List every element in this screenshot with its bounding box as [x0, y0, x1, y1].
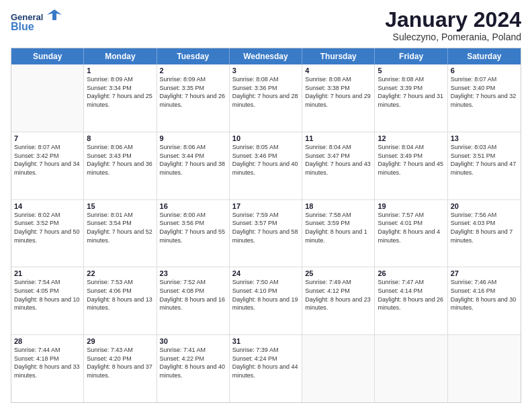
day-info: Sunrise: 8:00 AM Sunset: 3:56 PM Dayligh…	[160, 211, 226, 244]
cell-w4-d4: 24Sunrise: 7:50 AM Sunset: 4:10 PM Dayli…	[230, 267, 302, 334]
day-number: 30	[160, 337, 226, 345]
day-info: Sunrise: 8:06 AM Sunset: 3:43 PM Dayligh…	[87, 143, 153, 177]
day-info: Sunrise: 8:01 AM Sunset: 3:54 PM Dayligh…	[87, 211, 153, 244]
day-number: 20	[451, 202, 518, 210]
cell-w3-d7: 20Sunrise: 7:56 AM Sunset: 4:03 PM Dayli…	[448, 200, 521, 267]
day-info: Sunrise: 7:52 AM Sunset: 4:08 PM Dayligh…	[160, 278, 226, 312]
week-row-5: 28Sunrise: 7:44 AM Sunset: 4:18 PM Dayli…	[11, 335, 521, 402]
week-row-4: 21Sunrise: 7:54 AM Sunset: 4:05 PM Dayli…	[11, 267, 521, 335]
page-subtitle: Suleczyno, Pomerania, Poland	[385, 32, 521, 42]
cell-w2-d6: 12Sunrise: 8:04 AM Sunset: 3:49 PM Dayli…	[375, 132, 447, 199]
day-info: Sunrise: 7:53 AM Sunset: 4:06 PM Dayligh…	[87, 278, 153, 312]
cell-w3-d6: 19Sunrise: 7:57 AM Sunset: 4:01 PM Dayli…	[375, 200, 447, 267]
day-info: Sunrise: 7:50 AM Sunset: 4:10 PM Dayligh…	[232, 278, 299, 312]
col-friday: Friday	[375, 48, 447, 64]
day-number: 18	[305, 202, 371, 210]
day-number: 4	[305, 66, 371, 75]
calendar-header: Sunday Monday Tuesday Wednesday Thursday…	[11, 48, 521, 64]
day-number: 6	[451, 66, 518, 75]
day-info: Sunrise: 7:41 AM Sunset: 4:22 PM Dayligh…	[160, 346, 226, 379]
day-number: 23	[160, 269, 226, 277]
day-number: 5	[378, 66, 444, 75]
day-number: 29	[87, 337, 153, 345]
col-sunday: Sunday	[11, 48, 84, 64]
cell-w1-d7: 6Sunrise: 8:07 AM Sunset: 3:40 PM Daylig…	[448, 64, 521, 132]
day-number: 9	[160, 134, 226, 142]
col-monday: Monday	[84, 48, 157, 64]
cell-w2-d2: 8Sunrise: 8:06 AM Sunset: 3:43 PM Daylig…	[84, 132, 157, 199]
title-block: January 2024 Suleczyno, Pomerania, Polan…	[385, 8, 521, 42]
day-info: Sunrise: 8:07 AM Sunset: 3:40 PM Dayligh…	[451, 75, 518, 109]
cell-w4-d3: 23Sunrise: 7:52 AM Sunset: 4:08 PM Dayli…	[157, 267, 230, 334]
logo: General Blue	[11, 8, 62, 33]
cell-w4-d2: 22Sunrise: 7:53 AM Sunset: 4:06 PM Dayli…	[84, 267, 157, 334]
cell-w5-d4: 31Sunrise: 7:39 AM Sunset: 4:24 PM Dayli…	[230, 335, 302, 402]
cell-w3-d2: 15Sunrise: 8:01 AM Sunset: 3:54 PM Dayli…	[84, 200, 157, 267]
day-number: 7	[14, 134, 81, 142]
day-number: 10	[232, 134, 299, 142]
cell-w5-d7	[448, 335, 521, 402]
cell-w4-d5: 25Sunrise: 7:49 AM Sunset: 4:12 PM Dayli…	[302, 267, 375, 334]
calendar: Sunday Monday Tuesday Wednesday Thursday…	[11, 48, 521, 403]
day-info: Sunrise: 7:57 AM Sunset: 4:01 PM Dayligh…	[378, 211, 444, 244]
day-info: Sunrise: 7:58 AM Sunset: 3:59 PM Dayligh…	[305, 211, 371, 244]
day-number: 13	[451, 134, 518, 142]
cell-w4-d6: 26Sunrise: 7:47 AM Sunset: 4:14 PM Dayli…	[375, 267, 447, 334]
cell-w5-d5	[302, 335, 375, 402]
logo-blue: Blue	[11, 21, 34, 33]
col-thursday: Thursday	[302, 48, 375, 64]
cell-w2-d5: 11Sunrise: 8:04 AM Sunset: 3:47 PM Dayli…	[302, 132, 375, 199]
day-number: 2	[160, 66, 226, 75]
day-info: Sunrise: 8:07 AM Sunset: 3:42 PM Dayligh…	[14, 143, 81, 177]
day-info: Sunrise: 7:54 AM Sunset: 4:05 PM Dayligh…	[14, 278, 81, 312]
day-info: Sunrise: 8:09 AM Sunset: 3:34 PM Dayligh…	[87, 75, 153, 109]
cell-w4-d7: 27Sunrise: 7:46 AM Sunset: 4:16 PM Dayli…	[448, 267, 521, 334]
svg-marker-0	[47, 9, 62, 20]
cell-w3-d3: 16Sunrise: 8:00 AM Sunset: 3:56 PM Dayli…	[157, 200, 230, 267]
day-info: Sunrise: 7:49 AM Sunset: 4:12 PM Dayligh…	[305, 278, 371, 312]
cell-w4-d1: 21Sunrise: 7:54 AM Sunset: 4:05 PM Dayli…	[11, 267, 84, 334]
day-number: 8	[87, 134, 153, 142]
day-number: 17	[232, 202, 299, 210]
week-row-2: 7Sunrise: 8:07 AM Sunset: 3:42 PM Daylig…	[11, 132, 521, 200]
page: General Blue January 2024 Suleczyno, Pom…	[0, 0, 532, 411]
cell-w3-d5: 18Sunrise: 7:58 AM Sunset: 3:59 PM Dayli…	[302, 200, 375, 267]
day-info: Sunrise: 7:39 AM Sunset: 4:24 PM Dayligh…	[232, 346, 299, 379]
cell-w5-d1: 28Sunrise: 7:44 AM Sunset: 4:18 PM Dayli…	[11, 335, 84, 402]
calendar-body: 1Sunrise: 8:09 AM Sunset: 3:34 PM Daylig…	[11, 64, 521, 402]
day-number: 16	[160, 202, 226, 210]
day-number: 19	[378, 202, 444, 210]
col-saturday: Saturday	[448, 48, 521, 64]
day-number: 14	[14, 202, 81, 210]
day-info: Sunrise: 8:08 AM Sunset: 3:39 PM Dayligh…	[378, 75, 444, 109]
day-number: 26	[378, 269, 444, 277]
cell-w1-d5: 4Sunrise: 8:08 AM Sunset: 3:38 PM Daylig…	[302, 64, 375, 132]
cell-w5-d2: 29Sunrise: 7:43 AM Sunset: 4:20 PM Dayli…	[84, 335, 157, 402]
day-number: 28	[14, 337, 81, 345]
day-number: 22	[87, 269, 153, 277]
week-row-1: 1Sunrise: 8:09 AM Sunset: 3:34 PM Daylig…	[11, 64, 521, 132]
day-number: 25	[305, 269, 371, 277]
day-info: Sunrise: 8:05 AM Sunset: 3:46 PM Dayligh…	[232, 143, 299, 177]
day-info: Sunrise: 8:03 AM Sunset: 3:51 PM Dayligh…	[451, 143, 518, 177]
day-info: Sunrise: 7:44 AM Sunset: 4:18 PM Dayligh…	[14, 346, 81, 379]
day-info: Sunrise: 8:04 AM Sunset: 3:47 PM Dayligh…	[305, 143, 371, 177]
cell-w1-d3: 2Sunrise: 8:09 AM Sunset: 3:35 PM Daylig…	[157, 64, 230, 132]
day-info: Sunrise: 8:08 AM Sunset: 3:38 PM Dayligh…	[305, 75, 371, 109]
day-info: Sunrise: 8:06 AM Sunset: 3:44 PM Dayligh…	[160, 143, 226, 177]
page-title: January 2024	[385, 8, 521, 32]
cell-w2-d7: 13Sunrise: 8:03 AM Sunset: 3:51 PM Dayli…	[448, 132, 521, 199]
day-number: 21	[14, 269, 81, 277]
cell-w5-d3: 30Sunrise: 7:41 AM Sunset: 4:22 PM Dayli…	[157, 335, 230, 402]
cell-w1-d1	[11, 64, 84, 132]
day-info: Sunrise: 7:46 AM Sunset: 4:16 PM Dayligh…	[451, 278, 518, 312]
day-info: Sunrise: 7:43 AM Sunset: 4:20 PM Dayligh…	[87, 346, 153, 379]
cell-w3-d4: 17Sunrise: 7:59 AM Sunset: 3:57 PM Dayli…	[230, 200, 302, 267]
cell-w1-d4: 3Sunrise: 8:08 AM Sunset: 3:36 PM Daylig…	[230, 64, 302, 132]
day-number: 11	[305, 134, 371, 142]
day-number: 15	[87, 202, 153, 210]
header: General Blue January 2024 Suleczyno, Pom…	[11, 8, 521, 42]
cell-w1-d2: 1Sunrise: 8:09 AM Sunset: 3:34 PM Daylig…	[84, 64, 157, 132]
day-info: Sunrise: 8:04 AM Sunset: 3:49 PM Dayligh…	[378, 143, 444, 177]
cell-w2-d4: 10Sunrise: 8:05 AM Sunset: 3:46 PM Dayli…	[230, 132, 302, 199]
